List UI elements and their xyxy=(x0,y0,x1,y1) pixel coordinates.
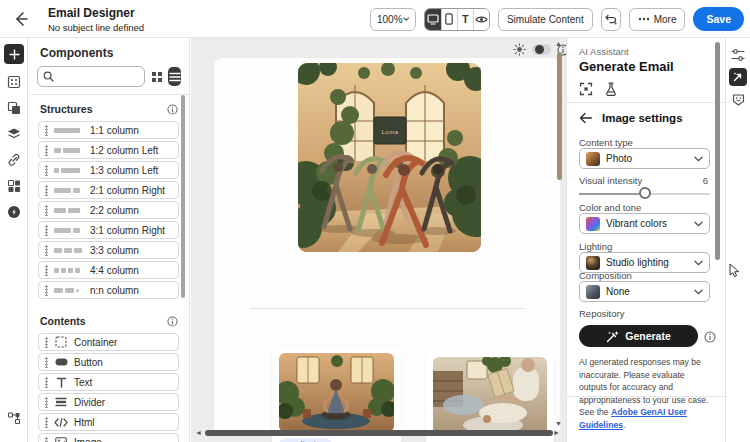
drag-handle-icon[interactable] xyxy=(45,225,48,236)
email-canvas[interactable]: Luma xyxy=(191,38,566,442)
content-divider xyxy=(250,308,524,309)
preview-eye-button[interactable] xyxy=(473,9,489,30)
sliders-icon xyxy=(731,49,745,61)
html-icon xyxy=(54,418,68,427)
text-icon: T xyxy=(462,13,469,25)
structure-item[interactable]: 4:4 column xyxy=(38,261,179,279)
studio-thumbnail xyxy=(586,256,600,270)
structure-item[interactable]: 1:3 column Left xyxy=(38,161,179,179)
add-components-button[interactable] xyxy=(4,44,24,64)
content-item[interactable]: Html xyxy=(38,413,179,431)
info-icon[interactable] xyxy=(167,316,178,327)
visual-intensity-slider[interactable] xyxy=(579,193,710,195)
image-settings-back[interactable]: Image settings xyxy=(579,112,683,124)
content-item[interactable]: Text xyxy=(38,373,179,391)
top-bar: Email Designer No subject line defined 1… xyxy=(0,0,750,38)
scroll-up-arrow[interactable]: ▲ xyxy=(555,40,562,47)
structure-view-button[interactable] xyxy=(4,72,24,92)
structure-item[interactable]: 2:2 column xyxy=(38,201,179,219)
structure-item[interactable]: 1:2 column Left xyxy=(38,141,179,159)
components-panel: Components Structures xyxy=(29,38,190,442)
left-icon-rail xyxy=(0,38,28,442)
slider-knob[interactable] xyxy=(639,187,651,199)
left-panel-scrollbar[interactable] xyxy=(181,95,185,298)
sparkle-wand-icon xyxy=(606,330,619,343)
email-body[interactable]: Luma xyxy=(214,58,560,430)
simulate-content-button[interactable]: Simulate Content xyxy=(498,8,593,31)
beaker-icon[interactable] xyxy=(605,82,617,96)
drag-handle-icon[interactable] xyxy=(45,357,48,368)
structure-item[interactable]: 2:1 column Right xyxy=(38,181,179,199)
page-title: Email Designer xyxy=(48,6,135,20)
drag-handle-icon[interactable] xyxy=(45,185,48,196)
light-mode-icon[interactable] xyxy=(513,43,526,56)
structure-item[interactable]: 1:1 column xyxy=(38,121,179,139)
scroll-down-arrow[interactable]: ▼ xyxy=(555,420,562,427)
content-item[interactable]: Button xyxy=(38,353,179,371)
zoom-select[interactable]: 100% xyxy=(370,8,416,31)
drag-handle-icon[interactable] xyxy=(45,337,48,348)
undo-button[interactable] xyxy=(601,8,621,31)
structure-item[interactable]: 3:1 column Right xyxy=(38,221,179,239)
drag-handle-icon[interactable] xyxy=(45,377,48,388)
ai-assistant-panel: AI Assistant Generate Email Image settin… xyxy=(566,38,725,442)
drag-handle-icon[interactable] xyxy=(45,417,48,428)
links-button[interactable] xyxy=(4,150,24,170)
save-button[interactable]: Save xyxy=(693,7,744,31)
right-panel-scrollbar[interactable] xyxy=(715,42,720,260)
more-button[interactable]: More xyxy=(629,8,686,31)
scroll-left-arrow[interactable]: ◄ xyxy=(195,429,202,436)
dynamic-content-button[interactable] xyxy=(4,202,24,222)
drag-handle-icon[interactable] xyxy=(45,285,48,296)
horizontal-scroll-thumb[interactable] xyxy=(205,430,553,436)
settings-filters-button[interactable] xyxy=(729,46,747,64)
hero-sign: Luma xyxy=(374,120,406,144)
drag-handle-icon[interactable] xyxy=(45,397,48,408)
canvas-horizontal-scrollbar[interactable]: ◄ ► xyxy=(191,429,566,437)
drag-handle-icon[interactable] xyxy=(45,437,48,442)
content-item[interactable]: Image xyxy=(38,433,179,442)
content-item[interactable]: Divider xyxy=(38,393,179,411)
hero-image[interactable]: Luma xyxy=(298,63,481,252)
column-layout-icon xyxy=(54,208,84,213)
content-item[interactable]: Container xyxy=(38,333,179,351)
layers-button[interactable] xyxy=(4,124,24,144)
scroll-right-arrow[interactable]: ► xyxy=(553,429,560,436)
column-layout-icon xyxy=(54,248,84,253)
back-button[interactable] xyxy=(12,10,30,28)
ai-assistant-button[interactable] xyxy=(729,68,747,86)
generate-info-icon[interactable] xyxy=(704,329,716,347)
structure-item[interactable]: 3:3 column xyxy=(38,241,179,259)
assets-button[interactable] xyxy=(4,98,24,118)
content-blocks-button[interactable] xyxy=(4,176,24,196)
hero-illustration xyxy=(298,63,481,252)
column-layout-icon xyxy=(54,288,84,293)
generate-button[interactable]: Generate xyxy=(579,325,698,347)
drag-handle-icon[interactable] xyxy=(45,205,48,216)
text-preview-button[interactable]: T xyxy=(457,9,473,30)
grid-view-button[interactable] xyxy=(150,67,163,86)
composition-dropdown[interactable]: None xyxy=(579,281,710,302)
expand-icon[interactable] xyxy=(579,82,593,96)
link-icon xyxy=(7,153,21,167)
component-search-input[interactable] xyxy=(37,66,145,87)
drag-handle-icon[interactable] xyxy=(45,145,48,156)
drag-handle-icon[interactable] xyxy=(45,245,48,256)
info-icon[interactable] xyxy=(167,104,178,115)
dark-mode-toggle[interactable] xyxy=(532,44,551,55)
more-label: More xyxy=(654,14,677,25)
drag-handle-icon[interactable] xyxy=(45,165,48,176)
content-type-dropdown[interactable]: Photo xyxy=(579,148,710,169)
lighting-value: Studio lighting xyxy=(606,257,688,268)
drag-handle-icon[interactable] xyxy=(45,265,48,276)
structure-item[interactable]: n:n column xyxy=(38,281,179,299)
content-card-meditation[interactable]: Meditation 15-Minute Guided Meditation xyxy=(272,346,401,442)
color-tone-dropdown[interactable]: Vibrant colors xyxy=(579,213,710,234)
desktop-preview-button[interactable] xyxy=(425,9,441,30)
workflow-button[interactable] xyxy=(4,408,24,428)
mobile-preview-button[interactable] xyxy=(441,9,457,30)
feedback-badge-button[interactable] xyxy=(729,90,747,108)
list-view-button[interactable] xyxy=(168,67,181,86)
drag-handle-icon[interactable] xyxy=(45,125,48,136)
canvas-vertical-scrollbar[interactable] xyxy=(557,52,562,180)
